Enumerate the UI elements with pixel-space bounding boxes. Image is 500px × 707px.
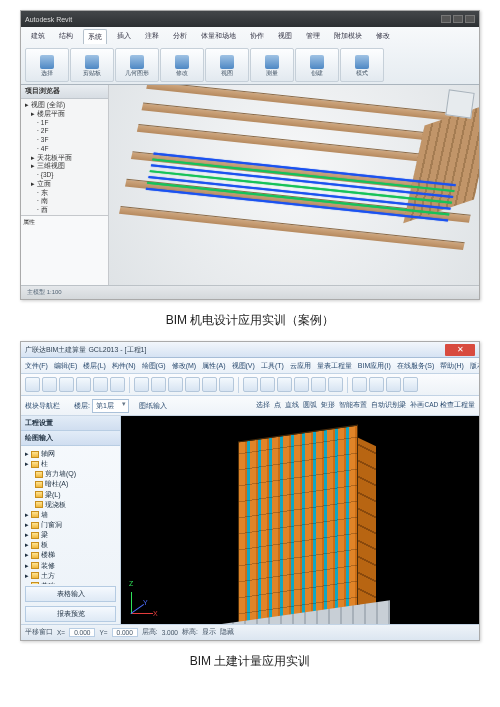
menu-item[interactable]: 工具(T) xyxy=(261,361,284,371)
tree-node[interactable]: ·{3D} xyxy=(23,171,106,180)
tree-node[interactable]: ▸板 xyxy=(25,540,116,550)
tree-node[interactable]: 现浇板 xyxy=(25,500,116,510)
glodon-3d-viewport[interactable]: X Z Y xyxy=(121,416,479,624)
toolbar-button[interactable] xyxy=(42,377,57,392)
tool-text-button[interactable]: 直线 xyxy=(285,401,299,410)
ribbon-panel[interactable]: 修改 xyxy=(160,48,204,82)
ribbon-tab[interactable]: 系统 xyxy=(83,29,107,44)
ribbon-panel[interactable]: 创建 xyxy=(295,48,339,82)
ribbon-panel[interactable]: 几何图形 xyxy=(115,48,159,82)
tree-node[interactable]: ·西 xyxy=(23,206,106,215)
ribbon-tab[interactable]: 插入 xyxy=(113,29,135,44)
ribbon-tab[interactable]: 体量和场地 xyxy=(197,29,240,44)
toolbar-button[interactable] xyxy=(311,377,326,392)
tree-node[interactable]: ▸轴网 xyxy=(25,449,116,459)
menu-item[interactable]: 云应用 xyxy=(290,361,311,371)
tree-node[interactable]: ▸基础 xyxy=(25,581,116,584)
maximize-button[interactable] xyxy=(453,15,463,23)
toolbar-button[interactable] xyxy=(151,377,166,392)
toolbar-button[interactable] xyxy=(369,377,384,392)
ribbon-tab[interactable]: 视图 xyxy=(274,29,296,44)
toolbar-button[interactable] xyxy=(25,377,40,392)
tree-node[interactable]: ▸天花板平面 xyxy=(23,154,106,163)
tree-node[interactable]: ·1F xyxy=(23,119,106,128)
tree-node[interactable]: ·4F xyxy=(23,145,106,154)
tree-node[interactable]: 梁(L) xyxy=(25,490,116,500)
menu-item[interactable]: 编辑(E) xyxy=(54,361,77,371)
tree-node[interactable]: ▸立面 xyxy=(23,180,106,189)
close-button[interactable]: ✕ xyxy=(445,344,475,356)
ribbon-panel[interactable]: 视图 xyxy=(205,48,249,82)
tree-node[interactable]: ·3F xyxy=(23,136,106,145)
tree-node[interactable]: 暗柱(A) xyxy=(25,479,116,489)
tool-text-button[interactable]: 自动识别梁 xyxy=(371,401,406,410)
toolbar-button[interactable] xyxy=(294,377,309,392)
menu-item[interactable]: 版本号(B) xyxy=(470,361,480,371)
toolbar-button[interactable] xyxy=(260,377,275,392)
toolbar-button[interactable] xyxy=(202,377,217,392)
ribbon-tab[interactable]: 结构 xyxy=(55,29,77,44)
ribbon-panel[interactable]: 剪贴板 xyxy=(70,48,114,82)
tree-node[interactable]: ▸柱 xyxy=(25,459,116,469)
toolbar-button[interactable] xyxy=(168,377,183,392)
tree-node[interactable]: 剪力墙(Q) xyxy=(25,469,116,479)
table-input-button[interactable]: 表格输入 xyxy=(25,586,116,602)
revit-3d-viewport[interactable] xyxy=(109,85,479,285)
ribbon-tab[interactable]: 注释 xyxy=(141,29,163,44)
toolbar-button[interactable] xyxy=(110,377,125,392)
toolbar-button[interactable] xyxy=(243,377,258,392)
tree-node[interactable]: ▸梁 xyxy=(25,530,116,540)
toolbar-button[interactable] xyxy=(134,377,149,392)
ribbon-tab[interactable]: 分析 xyxy=(169,29,191,44)
ribbon-panel[interactable]: 模式 xyxy=(340,48,384,82)
menu-item[interactable]: 修改(M) xyxy=(172,361,197,371)
tree-node[interactable]: ·南 xyxy=(23,197,106,206)
menu-item[interactable]: 量表工程量 xyxy=(317,361,352,371)
menu-item[interactable]: 文件(F) xyxy=(25,361,48,371)
tree-node[interactable]: ·2F xyxy=(23,127,106,136)
tool-text-button[interactable]: 智能布置 xyxy=(339,401,367,410)
toolbar-button[interactable] xyxy=(352,377,367,392)
ribbon-tab[interactable]: 管理 xyxy=(302,29,324,44)
tool-text-button[interactable]: 点 xyxy=(274,401,281,410)
tree-node[interactable]: ▸三维视图 xyxy=(23,162,106,171)
ribbon-panel[interactable]: 测量 xyxy=(250,48,294,82)
close-button[interactable] xyxy=(465,15,475,23)
report-preview-button[interactable]: 报表预览 xyxy=(25,606,116,622)
tool-text-button[interactable]: 选择 xyxy=(256,401,270,410)
tree-node[interactable]: ▸土方 xyxy=(25,571,116,581)
toolbar-button[interactable] xyxy=(76,377,91,392)
section-proj-setup[interactable]: 工程设置 xyxy=(21,416,120,431)
ribbon-tab[interactable]: 协作 xyxy=(246,29,268,44)
menu-item[interactable]: 视图(V) xyxy=(232,361,255,371)
tool-text-button[interactable]: 补画CAD 检查工程量 xyxy=(410,401,475,410)
tree-node[interactable]: ▸视图 (全部) xyxy=(23,101,106,110)
tool-text-button[interactable]: 矩形 xyxy=(321,401,335,410)
toolbar-button[interactable] xyxy=(59,377,74,392)
toolbar-button[interactable] xyxy=(328,377,343,392)
viewcube-icon[interactable] xyxy=(445,89,474,118)
toolbar-button[interactable] xyxy=(403,377,418,392)
tree-node[interactable]: ▸门窗洞 xyxy=(25,520,116,530)
ribbon-tab[interactable]: 建筑 xyxy=(27,29,49,44)
toolbar-button[interactable] xyxy=(93,377,108,392)
ribbon-tab[interactable]: 附加模块 xyxy=(330,29,366,44)
ribbon-tab[interactable]: 修改 xyxy=(372,29,394,44)
section-draw-input[interactable]: 绘图输入 xyxy=(21,431,120,446)
toolbar-button[interactable] xyxy=(219,377,234,392)
tree-node[interactable]: ▸墙 xyxy=(25,510,116,520)
tree-node[interactable]: ▸装修 xyxy=(25,561,116,571)
tree-node[interactable]: ▸楼梯 xyxy=(25,550,116,560)
menu-item[interactable]: 属性(A) xyxy=(202,361,225,371)
menu-item[interactable]: BIM应用(I) xyxy=(358,361,391,371)
toolbar-button[interactable] xyxy=(386,377,401,392)
menu-item[interactable]: 楼层(L) xyxy=(83,361,106,371)
menu-item[interactable]: 绘图(G) xyxy=(142,361,166,371)
menu-item[interactable]: 帮助(H) xyxy=(440,361,464,371)
menu-item[interactable]: 在线服务(S) xyxy=(397,361,434,371)
tree-node[interactable]: ▸楼层平面 xyxy=(23,110,106,119)
minimize-button[interactable] xyxy=(441,15,451,23)
toolbar-button[interactable] xyxy=(277,377,292,392)
floor-dropdown[interactable]: 第1层 xyxy=(92,399,129,413)
toolbar-button[interactable] xyxy=(185,377,200,392)
